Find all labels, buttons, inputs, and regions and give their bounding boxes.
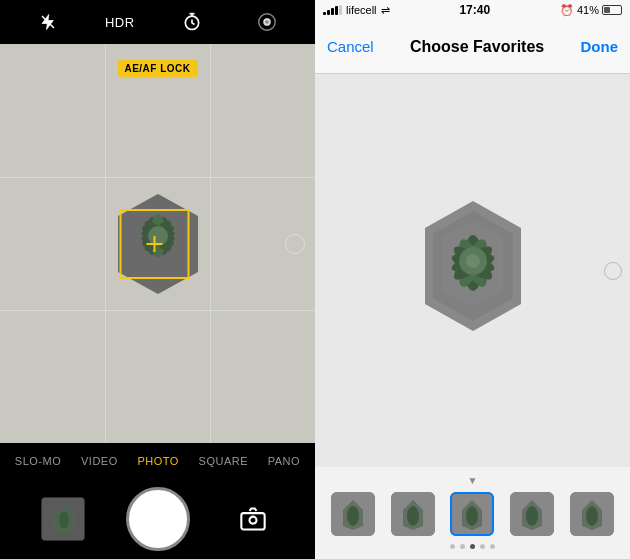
svg-point-4 bbox=[265, 20, 269, 24]
favorites-main-image bbox=[373, 171, 573, 371]
svg-point-41 bbox=[407, 506, 419, 526]
signal-bars bbox=[323, 5, 342, 15]
scroll-arrow: ▼ bbox=[319, 475, 626, 486]
focus-crosshair bbox=[146, 236, 162, 252]
svg-point-47 bbox=[526, 506, 538, 526]
page-dot-3 bbox=[470, 544, 475, 549]
filmstrip bbox=[319, 492, 626, 544]
battery-label: 41% bbox=[577, 4, 599, 16]
filmstrip-item-2[interactable] bbox=[391, 492, 435, 536]
scroll-indicator bbox=[604, 262, 622, 280]
svg-rect-42 bbox=[450, 492, 494, 536]
favorites-title: Choose Favorites bbox=[410, 38, 544, 56]
filmstrip-item-4[interactable] bbox=[510, 492, 554, 536]
carrier-signal: lifecell ⇌ bbox=[323, 4, 390, 17]
page-dots bbox=[319, 544, 626, 555]
svg-point-44 bbox=[466, 506, 478, 526]
favorites-panel: lifecell ⇌ 17:40 ⏰ 41% Cancel Choose Fav… bbox=[315, 0, 630, 559]
svg-point-21 bbox=[249, 517, 256, 524]
camera-mode-bar: SLO-MO VIDEO PHOTO SQUARE PANO bbox=[0, 443, 315, 479]
flip-camera-button[interactable] bbox=[231, 497, 275, 541]
favorites-image-area bbox=[315, 74, 630, 467]
alarm-icon: ⏰ bbox=[560, 4, 574, 17]
svg-point-38 bbox=[347, 506, 359, 526]
mode-square[interactable]: SQUARE bbox=[199, 455, 248, 467]
filmstrip-item-3[interactable] bbox=[450, 492, 494, 536]
page-dot-1 bbox=[450, 544, 455, 549]
mode-pano[interactable]: PANO bbox=[268, 455, 300, 467]
camera-viewfinder[interactable]: AE/AF LOCK bbox=[0, 44, 315, 443]
carrier-name: lifecell bbox=[346, 4, 377, 16]
filmstrip-item-5[interactable] bbox=[570, 492, 614, 536]
page-dot-4 bbox=[480, 544, 485, 549]
last-photo-thumbnail[interactable] bbox=[41, 497, 85, 541]
hdr-button[interactable]: HDR bbox=[105, 15, 135, 30]
live-photo-button[interactable] bbox=[249, 4, 285, 40]
mode-photo[interactable]: PHOTO bbox=[137, 455, 178, 467]
cancel-button[interactable]: Cancel bbox=[327, 38, 374, 55]
shutter-button[interactable] bbox=[126, 487, 190, 551]
camera-toolbar: HDR bbox=[0, 0, 315, 44]
status-bar: lifecell ⇌ 17:40 ⏰ 41% bbox=[315, 0, 630, 20]
battery-icon bbox=[602, 5, 622, 15]
svg-marker-43 bbox=[462, 500, 482, 530]
page-dot-5 bbox=[490, 544, 495, 549]
svg-point-20 bbox=[59, 512, 69, 528]
wifi-icon: ⇌ bbox=[381, 4, 390, 17]
page-dot-2 bbox=[460, 544, 465, 549]
focus-box bbox=[119, 209, 189, 279]
status-time: 17:40 bbox=[459, 3, 490, 17]
camera-panel: HDR AE/AF LOCK bbox=[0, 0, 315, 559]
svg-point-50 bbox=[586, 506, 598, 526]
filmstrip-area: ▼ bbox=[315, 467, 630, 559]
battery-area: ⏰ 41% bbox=[560, 4, 622, 17]
svg-point-35 bbox=[466, 254, 480, 268]
flash-button[interactable] bbox=[30, 4, 66, 40]
zoom-indicator bbox=[285, 234, 305, 254]
camera-controls bbox=[0, 479, 315, 559]
filmstrip-item-1[interactable] bbox=[331, 492, 375, 536]
down-arrow-icon: ▼ bbox=[468, 475, 478, 486]
mode-video[interactable]: VIDEO bbox=[81, 455, 118, 467]
ae-af-lock-badge: AE/AF LOCK bbox=[117, 60, 197, 77]
mode-slomo[interactable]: SLO-MO bbox=[15, 455, 61, 467]
done-button[interactable]: Done bbox=[581, 38, 619, 55]
favorites-header: Cancel Choose Favorites Done bbox=[315, 20, 630, 74]
timer-button[interactable] bbox=[174, 4, 210, 40]
